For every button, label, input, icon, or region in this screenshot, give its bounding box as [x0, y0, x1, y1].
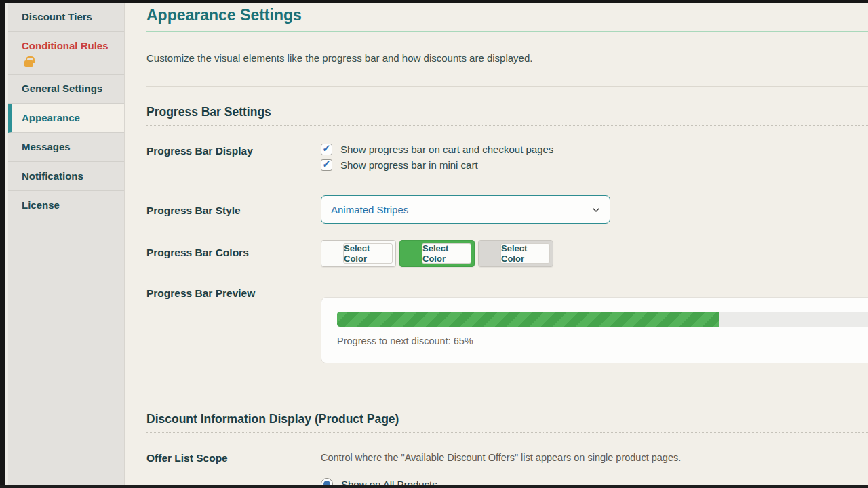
sidebar-item-notifications[interactable]: Notifications: [8, 162, 124, 191]
sidebar-item-label: General Settings: [22, 83, 102, 94]
radio-selected-dot: [323, 481, 330, 485]
window-bottom-edge: [0, 485, 868, 488]
offer-list-scope-label: Offer List Scope: [146, 451, 321, 464]
appearance-settings-screen: Discount Tiers Conditional Rules General…: [0, 0, 868, 488]
progress-bar-display-options: ✓ Show progress bar on cart and checkout…: [321, 144, 868, 175]
option-label[interactable]: Show on All Products: [341, 479, 437, 486]
offer-list-scope-controls: Control where the "Available Discount Of…: [321, 451, 868, 485]
page-description: Customize the visual elements like the p…: [146, 52, 868, 64]
settings-main-panel: Appearance Settings Customize the visual…: [125, 3, 868, 485]
section-divider: [146, 86, 868, 87]
select-selected-value: Animated Stripes: [331, 204, 408, 216]
option-show-in-mini-cart[interactable]: ✓ Show progress bar in mini cart: [321, 159, 868, 171]
sidebar-item-general-settings[interactable]: General Settings: [8, 75, 124, 104]
select-color-button-2[interactable]: Select Color: [422, 243, 471, 264]
dotted-divider: [146, 432, 868, 433]
offer-list-scope-row: Offer List Scope Control where the "Avai…: [146, 451, 868, 485]
option-show-on-all-products[interactable]: Show on All Products: [321, 478, 868, 485]
progress-bar-preview-label: Progress Bar Preview: [146, 286, 321, 300]
progress-bar-colors-row: Progress Bar Colors Select Color Select …: [146, 240, 868, 267]
progress-bar-settings-heading: Progress Bar Settings: [146, 105, 868, 119]
picker-divider: [342, 244, 342, 263]
title-underline: [146, 30, 868, 32]
progress-bar-display-row: Progress Bar Display ✓ Show progress bar…: [146, 144, 868, 175]
sidebar-item-license[interactable]: License: [8, 191, 124, 220]
chevron-down-icon: [591, 205, 601, 218]
sidebar-item-label: Discount Tiers: [22, 11, 92, 22]
sidebar-item-label: Notifications: [22, 170, 83, 182]
progress-bar-style-select[interactable]: Animated Stripes: [321, 195, 610, 224]
color-picker-1[interactable]: Select Color: [321, 240, 396, 267]
progress-bar-preview-box: Progress to next discount: 65%: [321, 297, 868, 363]
option-label[interactable]: Show progress bar in mini cart: [340, 159, 478, 171]
sidebar-item-appearance[interactable]: Appearance: [8, 104, 124, 133]
color-picker-2[interactable]: Select Color: [399, 240, 475, 267]
progress-bar-fill: [337, 312, 719, 327]
page-title: Appearance Settings: [146, 3, 868, 25]
sidebar-item-label: Messages: [22, 141, 71, 152]
checkmark-icon: ✓: [322, 143, 331, 153]
settings-sidebar: Discount Tiers Conditional Rules General…: [8, 3, 125, 485]
offer-list-scope-description: Control where the "Available Discount Of…: [321, 451, 868, 463]
sidebar-item-messages[interactable]: Messages: [8, 133, 124, 162]
progress-bar-display-label: Progress Bar Display: [146, 144, 321, 157]
sidebar-item-label: License: [22, 199, 60, 211]
progress-bar-preview-row: Progress Bar Preview Progress to next di…: [146, 286, 868, 363]
option-label[interactable]: Show progress bar on cart and checkout p…: [340, 144, 553, 155]
select-color-button-3[interactable]: Select Color: [500, 243, 550, 264]
section-divider: [146, 394, 868, 394]
select-color-button-1[interactable]: Select Color: [343, 243, 393, 264]
progress-bar-track: [337, 312, 868, 327]
checkmark-icon: ✓: [322, 159, 331, 169]
discount-info-display-heading: Discount Information Display (Product Pa…: [146, 412, 868, 426]
option-show-on-cart-checkout[interactable]: ✓ Show progress bar on cart and checkout…: [321, 144, 868, 155]
progress-bar-colors-label: Progress Bar Colors: [146, 240, 321, 259]
sidebar-item-label: Appearance: [22, 112, 80, 123]
radio-show-on-all-products[interactable]: [321, 478, 333, 485]
sidebar-item-discount-tiers[interactable]: Discount Tiers: [8, 3, 124, 32]
lock-icon: [24, 60, 33, 67]
checkbox-show-in-mini-cart[interactable]: ✓: [321, 159, 332, 171]
progress-bar-caption: Progress to next discount: 65%: [337, 336, 868, 346]
progress-bar-style-row: Progress Bar Style Animated Stripes: [146, 195, 868, 224]
color-pickers-group: Select Color Select Color Select Color: [321, 240, 868, 267]
sidebar-item-label: Conditional Rules: [22, 40, 108, 52]
checkbox-show-on-cart-checkout[interactable]: ✓: [321, 144, 332, 155]
sidebar-item-conditional-rules[interactable]: Conditional Rules: [8, 32, 124, 75]
progress-bar-style-label: Progress Bar Style: [146, 195, 321, 217]
window-left-edge: [0, 0, 5, 488]
color-picker-3[interactable]: Select Color: [478, 240, 553, 267]
dotted-divider: [146, 125, 868, 126]
